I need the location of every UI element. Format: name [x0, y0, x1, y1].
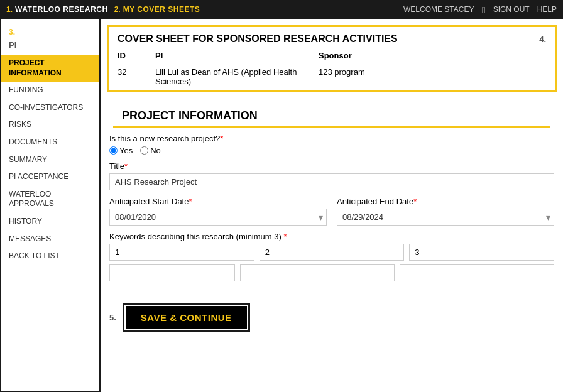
step1-number: 1.	[6, 5, 13, 14]
table-row: 32 Lili Lui as Dean of AHS (Applied Heal…	[109, 63, 555, 90]
sidebar-item-messages[interactable]: MESSAGES	[1, 231, 99, 248]
title-row: Title*	[109, 161, 554, 190]
yes-label: Yes	[119, 146, 133, 155]
step4-label: 4.	[539, 35, 546, 44]
keyword-input-6[interactable]	[400, 264, 554, 281]
sidebar-item-co-investigators[interactable]: CO-INVESTIGATORS	[1, 99, 99, 117]
nav-left: 1. WATERLOO RESEARCH 2. MY COVER SHEETS	[6, 5, 200, 14]
col-header-sponsor: Sponsor	[310, 48, 555, 63]
keywords-row-1	[109, 244, 554, 261]
new-project-radio-group: Yes No	[109, 146, 554, 155]
col-header-pi: PI	[146, 48, 310, 63]
new-project-label: Is this a new research project?*	[109, 134, 554, 143]
keyword-input-2[interactable]	[260, 244, 405, 261]
content-area: COVER SHEET FOR SPONSORED RESEARCH ACTIV…	[101, 19, 563, 392]
keywords-row: Keywords describing this research (minim…	[109, 232, 554, 281]
keyword-input-1[interactable]	[109, 244, 254, 261]
end-date-field: Anticipated End Date* ▾	[337, 197, 554, 226]
welcome-text: WELCOME STACEY	[403, 5, 474, 14]
step2-number: 2.	[114, 5, 121, 14]
keyword-input-4[interactable]	[109, 264, 235, 281]
start-date-input[interactable]	[109, 209, 327, 226]
user-indicator: []	[482, 6, 486, 13]
main-layout: 3. PI PROJECT INFORMATIONFUNDINGCO-INVES…	[0, 19, 563, 392]
start-date-wrapper: ▾	[109, 209, 327, 226]
nav-step-1: 1. WATERLOO RESEARCH	[6, 5, 108, 14]
keywords-label-text: Keywords describing this research (minim…	[109, 232, 282, 241]
sidebar-item-project-information[interactable]: PROJECT INFORMATION	[1, 55, 99, 82]
end-date-calendar-icon[interactable]: ▾	[546, 212, 550, 222]
dates-row: Anticipated Start Date* ▾ Anticipated En…	[109, 197, 554, 226]
sidebar-item-documents[interactable]: DOCUMENTS	[1, 134, 99, 151]
step2-label: MY COVER SHEETS	[123, 5, 200, 14]
project-info-title: PROJECT INFORMATION	[113, 101, 550, 128]
title-input[interactable]	[109, 173, 554, 190]
sidebar-item-summary[interactable]: SUMMARY	[1, 151, 99, 169]
sidebar-step-number: 3.	[9, 28, 15, 36]
start-date-field: Anticipated Start Date* ▾	[109, 197, 327, 226]
sidebar-item-risks[interactable]: RISKS	[1, 116, 99, 134]
save-area: 5. SAVE & CONTINUE	[101, 294, 563, 341]
new-project-row: Is this a new research project?* Yes No	[109, 134, 554, 155]
sidebar-items: PROJECT INFORMATIONFUNDINGCO-INVESTIGATO…	[1, 55, 99, 265]
keyword-input-3[interactable]	[409, 244, 554, 261]
start-date-label: Anticipated Start Date*	[109, 197, 327, 206]
yes-radio-label[interactable]: Yes	[109, 146, 133, 155]
no-radio-label[interactable]: No	[140, 146, 161, 155]
sidebar-step-label: 3.	[1, 25, 99, 38]
nav-right: WELCOME STACEY [] SIGN OUT HELP	[403, 5, 557, 14]
form-area: Is this a new research project?* Yes No	[101, 128, 563, 294]
sidebar: 3. PI PROJECT INFORMATIONFUNDINGCO-INVES…	[0, 19, 101, 392]
title-label-text: Title	[109, 161, 124, 171]
sidebar-item-back-to-list[interactable]: BACK TO LIST	[1, 248, 99, 265]
start-date-label-text: Anticipated Start Date	[109, 197, 189, 206]
save-continue-button[interactable]: SAVE & CONTINUE	[126, 306, 247, 329]
top-navigation: 1. WATERLOO RESEARCH 2. MY COVER SHEETS …	[0, 0, 563, 19]
sidebar-item-history[interactable]: HISTORY	[1, 213, 99, 231]
keywords-label: Keywords describing this research (minim…	[109, 232, 554, 241]
row-sponsor: 123 program	[310, 63, 555, 90]
no-label: No	[150, 146, 161, 155]
no-radio[interactable]	[140, 146, 148, 155]
row-id: 32	[109, 63, 146, 90]
row-pi: Lili Lui as Dean of AHS (Applied Health …	[146, 63, 310, 90]
keyword-input-5[interactable]	[240, 264, 395, 281]
end-date-wrapper: ▾	[337, 209, 554, 226]
sign-out-link[interactable]: SIGN OUT	[493, 5, 530, 14]
keywords-required: *	[283, 232, 287, 241]
end-date-label-text: Anticipated End Date	[337, 197, 413, 206]
cover-sheet-title: COVER SHEET FOR SPONSORED RESEARCH ACTIV…	[118, 33, 398, 45]
help-link[interactable]: HELP	[537, 5, 557, 14]
sidebar-item-waterloo-approvals[interactable]: WATERLOO APPROVALS	[1, 186, 99, 213]
end-date-input[interactable]	[337, 209, 554, 226]
end-date-required: *	[413, 197, 417, 206]
new-project-label-text: Is this a new research project?	[109, 134, 220, 143]
start-date-calendar-icon[interactable]: ▾	[319, 212, 323, 222]
save-button-wrapper: SAVE & CONTINUE	[123, 303, 250, 332]
nav-step-2[interactable]: 2. MY COVER SHEETS	[114, 5, 200, 14]
start-date-required: *	[189, 197, 192, 206]
cover-sheet-table: ID PI Sponsor 32 Lili Lui as Dean of AHS…	[109, 48, 555, 90]
sidebar-item-pi-acceptance[interactable]: PI ACCEPTANCE	[1, 168, 99, 186]
keywords-row-2	[109, 264, 554, 281]
step1-label: WATERLOO RESEARCH	[15, 5, 108, 14]
sidebar-item-funding[interactable]: FUNDING	[1, 82, 99, 99]
yes-radio[interactable]	[109, 146, 118, 155]
title-label: Title*	[109, 161, 554, 171]
step5-label: 5.	[109, 313, 116, 322]
col-header-id: ID	[109, 48, 146, 63]
end-date-label: Anticipated End Date*	[337, 197, 554, 206]
cover-sheet-box: COVER SHEET FOR SPONSORED RESEARCH ACTIV…	[107, 25, 557, 92]
sidebar-pi-header: PI	[1, 38, 99, 52]
new-project-required: *	[220, 134, 223, 143]
title-required: *	[124, 161, 128, 171]
